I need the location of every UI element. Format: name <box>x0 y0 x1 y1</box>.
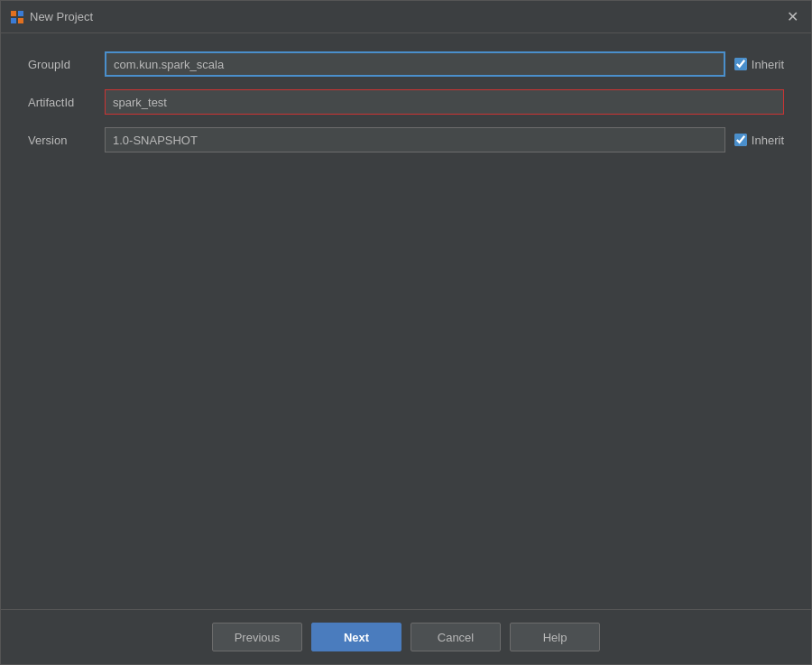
artifactid-row: ArtifactId <box>28 89 784 115</box>
groupid-inherit-wrapper: Inherit <box>734 58 784 71</box>
previous-button[interactable]: Previous <box>212 623 302 651</box>
footer: Previous Next Cancel Help <box>1 609 811 664</box>
version-row: Version Inherit <box>28 127 784 152</box>
svg-rect-1 <box>18 11 23 16</box>
svg-rect-2 <box>11 18 16 23</box>
new-project-dialog: New Project ✕ GroupId Inherit ArtifactId… <box>0 0 812 665</box>
cancel-button[interactable]: Cancel <box>411 623 501 651</box>
svg-rect-3 <box>18 18 23 23</box>
version-inherit-checkbox[interactable] <box>734 134 747 146</box>
groupid-inherit-checkbox[interactable] <box>734 58 747 70</box>
app-icon <box>10 10 24 24</box>
close-button[interactable]: ✕ <box>783 8 802 26</box>
version-inherit-label: Inherit <box>752 134 784 147</box>
title-bar: New Project ✕ <box>1 1 811 33</box>
content-area: GroupId Inherit ArtifactId Version Inher… <box>1 33 811 609</box>
version-inherit-wrapper: Inherit <box>734 134 784 147</box>
groupid-input[interactable] <box>105 51 725 77</box>
version-input[interactable] <box>105 127 725 152</box>
groupid-inherit-label: Inherit <box>752 58 784 71</box>
svg-rect-0 <box>11 11 16 16</box>
dialog-title: New Project <box>30 10 93 23</box>
help-button[interactable]: Help <box>510 623 600 651</box>
artifactid-label: ArtifactId <box>28 96 105 109</box>
groupid-row: GroupId Inherit <box>28 51 784 77</box>
title-bar-left: New Project <box>10 10 93 24</box>
version-label: Version <box>28 134 105 147</box>
artifactid-input[interactable] <box>105 89 784 115</box>
groupid-label: GroupId <box>28 58 105 71</box>
next-button[interactable]: Next <box>311 623 401 651</box>
